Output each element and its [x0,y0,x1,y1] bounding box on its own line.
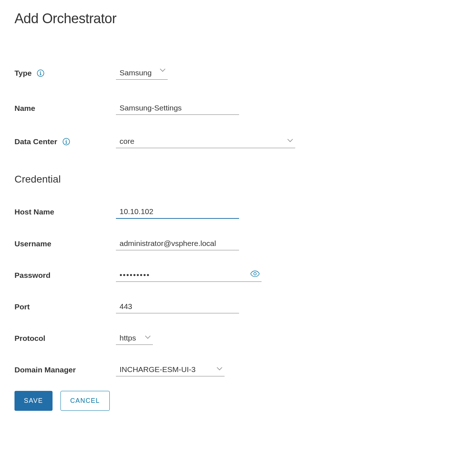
label-password: Password [14,271,116,280]
label-host-name: Host Name [14,208,116,216]
label-port-text: Port [14,302,30,311]
svg-point-3 [66,139,67,140]
port-input[interactable] [116,300,239,313]
label-type-text: Type [14,69,32,78]
domain-manager-select-wrap[interactable] [116,363,225,376]
section-title-credential: Credential [14,174,454,185]
password-input[interactable] [116,268,262,282]
label-name: Name [14,104,116,113]
label-password-text: Password [14,271,50,280]
port-input-wrap [116,300,239,313]
label-username-text: Username [14,239,51,248]
label-username: Username [14,239,116,248]
save-button[interactable]: SAVE [14,391,53,411]
name-input-wrap [116,101,239,115]
label-protocol: Protocol [14,334,116,343]
label-port: Port [14,302,116,311]
password-input-wrap [116,268,262,282]
row-host-name: Host Name [14,205,454,219]
cancel-button[interactable]: CANCEL [60,391,110,411]
row-data-center: Data Center [14,135,454,148]
svg-point-1 [40,71,41,72]
row-username: Username [14,237,454,250]
label-host-name-text: Host Name [14,208,54,216]
row-domain-manager: Domain Manager [14,363,454,376]
type-select[interactable] [116,66,168,80]
info-icon[interactable] [62,138,70,146]
row-port: Port [14,300,454,313]
name-input[interactable] [116,101,239,115]
label-data-center-text: Data Center [14,137,57,146]
type-select-wrap[interactable] [116,66,168,80]
row-password: Password [14,268,454,282]
row-type: Type [14,66,454,80]
page-title: Add Orchestrator [14,11,454,26]
info-icon[interactable] [37,69,45,77]
protocol-select-wrap[interactable] [116,331,153,345]
eye-icon[interactable] [250,270,260,278]
data-center-select[interactable] [116,135,295,148]
host-name-input-wrap [116,205,239,219]
button-row: SAVE CANCEL [14,391,454,411]
label-type: Type [14,69,116,78]
label-domain-manager: Domain Manager [14,366,116,374]
label-name-text: Name [14,104,35,113]
svg-point-4 [254,272,256,275]
row-protocol: Protocol [14,331,454,345]
label-protocol-text: Protocol [14,334,45,343]
protocol-select[interactable] [116,331,153,345]
data-center-select-wrap[interactable] [116,135,295,148]
username-input-wrap [116,237,239,250]
host-name-input[interactable] [116,205,239,219]
username-input[interactable] [116,237,239,250]
row-name: Name [14,101,454,115]
label-data-center: Data Center [14,137,116,146]
domain-manager-select[interactable] [116,363,225,376]
label-domain-manager-text: Domain Manager [14,366,76,374]
